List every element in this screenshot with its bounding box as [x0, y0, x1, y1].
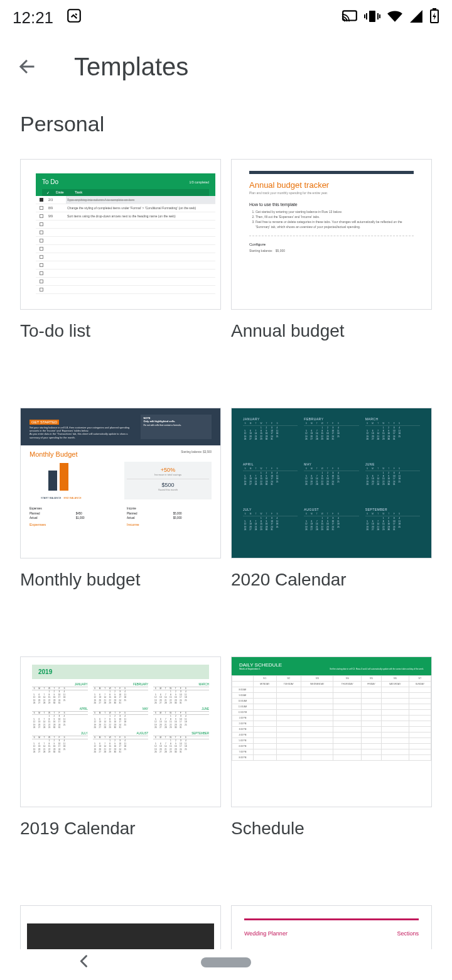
template-card-schedule[interactable]: DAILY SCHEDULEWeek of September 1Set the… [231, 656, 432, 889]
signal-icon [409, 8, 423, 28]
template-thumbnail: DAILY SCHEDULEWeek of September 1Set the… [231, 656, 432, 807]
template-card-2020-calendar[interactable]: JANUARYSMTWTFS12345678910111213141516171… [231, 408, 432, 640]
template-label: 2019 Calendar [20, 819, 221, 839]
cast-icon [342, 8, 358, 28]
battery-icon [429, 8, 439, 28]
template-card-annual-budget[interactable]: Annual budget tracker Plan and track you… [231, 159, 432, 391]
templates-section: Personal To Do1/3 completed ✓DateTask 2/… [0, 112, 452, 949]
svg-rect-2 [369, 11, 375, 22]
chevron-left-icon [75, 952, 93, 970]
template-label: 2020 Calendar [231, 570, 432, 590]
back-button[interactable] [13, 52, 43, 82]
template-thumbnail: 2019JANUARYSMTWTFS1234567891011121314151… [20, 656, 221, 807]
template-thumbnail: To Do1/3 completed ✓DateTask 2/3Type any… [20, 159, 221, 310]
page-title: Templates [74, 53, 188, 81]
screenshot-icon [66, 8, 82, 28]
template-label: Annual budget [231, 321, 432, 341]
template-thumbnail: JANUARYSMTWTFS12345678910111213141516171… [231, 408, 432, 558]
template-label: Monthly budget [20, 570, 221, 590]
template-card-2019-calendar[interactable]: 2019JANUARYSMTWTFS1234567891011121314151… [20, 656, 221, 889]
section-title-personal: Personal [20, 112, 432, 136]
status-time: 12:21 [13, 8, 53, 28]
template-card-todo[interactable]: To Do1/3 completed ✓DateTask 2/3Type any… [20, 159, 221, 391]
svg-rect-4 [433, 8, 436, 10]
template-label: Schedule [231, 819, 432, 839]
template-thumbnail: GET STARTEDSet your starting balance in … [20, 408, 221, 558]
nav-home-pill[interactable] [201, 957, 251, 967]
app-bar: Templates [0, 35, 452, 98]
nav-back-button[interactable] [75, 952, 93, 972]
template-thumbnail [20, 905, 221, 949]
template-label: To-do list [20, 321, 221, 341]
template-card-partial-2[interactable]: Wedding PlannerSections [231, 905, 432, 949]
template-card-monthly-budget[interactable]: GET STARTEDSet your starting balance in … [20, 408, 221, 640]
template-card-partial-1[interactable] [20, 905, 221, 949]
template-thumbnail: Wedding PlannerSections [231, 905, 432, 949]
system-nav-bar [0, 945, 452, 980]
template-grid: To Do1/3 completed ✓DateTask 2/3Type any… [20, 159, 432, 949]
arrow-back-icon [16, 55, 39, 78]
template-thumbnail: Annual budget tracker Plan and track you… [231, 159, 432, 310]
svg-rect-1 [343, 11, 357, 20]
status-bar: 12:21 [0, 0, 452, 35]
vibrate-icon [364, 8, 380, 28]
wifi-icon [387, 8, 403, 28]
